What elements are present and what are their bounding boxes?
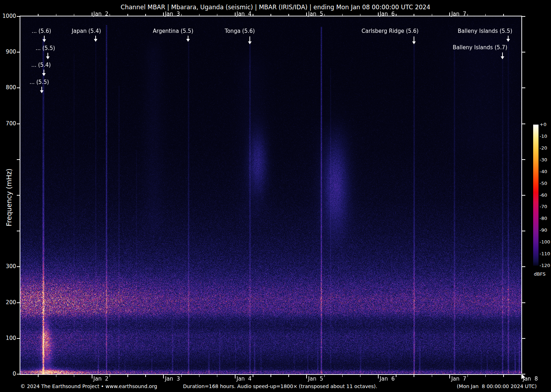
x-axis-tick-bottom [163,375,164,378]
y-axis-tick-right [522,16,525,17]
colorbar-tick-label: -60 [540,192,547,198]
spectrogram-canvas [20,16,521,374]
event-arrow-head [506,39,510,42]
y-axis-tick-left [17,302,20,303]
x-axis-tick-top [360,14,361,16]
x-axis-label-top: Jan 2 [93,11,108,17]
event-arrow-head [42,39,46,42]
event-arrow-line [44,36,45,39]
y-axis-tick-right [522,266,525,267]
x-axis-tick-top [163,12,164,16]
x-axis-tick-bottom [110,375,110,377]
x-axis-tick-bottom [342,375,343,377]
y-axis-label-value: 200 [0,299,16,306]
colorbar-unit-label: dBFS [534,271,546,277]
x-axis-tick-bottom [449,375,450,378]
x-axis-tick-top [38,14,39,16]
colorbar-tick-label: -90 [540,227,547,233]
y-axis-tick-left [17,159,20,160]
colorbar-tick-label: -80 [540,216,547,221]
event-arrow-head [186,39,190,42]
colorbar-tick-label: -110 [540,251,550,256]
x-axis-tick-top [449,12,450,16]
y-axis-tick-right [522,195,525,196]
x-axis-tick-bottom [306,375,307,378]
x-axis-tick-bottom [56,375,57,377]
x-axis-tick-bottom [199,375,200,377]
x-axis-tick-top [199,14,200,16]
footer-copyright: © 2024 The Earthsound Project • www.eart… [20,383,157,389]
y-axis-label-value: 0 [0,371,16,377]
x-axis-tick-bottom [485,375,486,377]
y-axis-label: Frequency (mHz) [5,169,13,226]
event-arrow-line [249,36,250,41]
x-axis-label-bottom: Jan 7 [451,376,466,382]
x-axis-tick-top [127,14,128,16]
colorbar-tick-label: -50 [540,181,547,186]
x-axis-tick-top [503,14,504,16]
x-axis-tick-bottom [360,375,361,377]
x-axis-tick-top [414,14,414,16]
spectrogram-page: Channel MBAR | Mbarara, Uganda (seismic)… [0,0,551,392]
x-axis-tick-top [181,14,182,16]
y-axis-label-value: 1000 [0,13,16,19]
event-arrow-head [46,56,50,59]
event-arrow-line [44,70,44,73]
y-axis-tick-left [17,124,20,124]
footer-timestamp: (Mon Jan 8 00:00:00 2024 UTC) [457,383,537,389]
event-arrow-line [95,36,96,39]
x-axis-tick-top [253,14,253,16]
colorbar-tick-label: +0 [540,122,546,127]
x-axis-tick-bottom [145,375,146,377]
x-axis-tick-bottom [127,375,128,377]
event-arrow-line [508,36,509,39]
y-axis-tick-left [17,374,20,375]
event-label: Balleny Islands (5.7) [453,44,507,51]
event-arrow-line [188,36,188,39]
event-arrow-line [414,36,414,41]
x-axis-tick-bottom [467,375,468,377]
x-axis-tick-bottom [414,375,414,377]
x-axis-tick-top [145,14,146,16]
colorbar-tick-label: -10 [540,134,547,139]
x-axis-tick-bottom [503,375,504,377]
x-axis-tick-top [432,14,433,16]
x-axis-tick-top [342,14,343,16]
x-axis-label-bottom: Jan 6 [380,376,395,382]
y-axis-label-value: 700 [0,120,16,127]
colorbar-tick-label: -70 [540,204,547,209]
y-axis-tick-left [17,16,20,17]
event-label: Argentina (5.5) [153,28,193,34]
y-axis-label-value: 300 [0,263,16,270]
y-axis-tick-right [522,231,525,231]
x-axis-tick-bottom [324,375,325,377]
footer-duration: Duration=168 hours. Audio speed-up=1800×… [183,383,378,389]
y-axis-tick-right [522,52,525,52]
y-axis-tick-left [17,195,20,196]
y-axis-tick-left [17,266,20,267]
x-axis-tick-bottom [288,375,289,377]
x-axis-tick-bottom [235,375,236,378]
x-axis-tick-bottom [378,375,379,378]
x-axis-label-bottom: Jan 3 [165,376,180,382]
x-axis-tick-top [56,14,57,16]
event-label: ... (5.6) [32,28,51,34]
x-axis-tick-top [217,14,218,16]
y-axis-tick-right [522,87,525,88]
x-axis-tick-bottom [38,375,39,377]
x-axis-tick-top [378,12,379,16]
x-axis-label-bottom: Jan 2 [93,376,108,382]
x-axis-tick-bottom [253,375,253,377]
x-axis-tick-bottom [396,375,396,377]
x-axis-label-top: Jan 5 [308,11,323,17]
x-axis-tick-top [235,12,236,16]
y-axis-tick-left [17,338,20,339]
x-axis-tick-top [92,12,92,16]
y-axis-tick-right [522,338,525,339]
colorbar-tick-label: -30 [540,157,547,162]
x-axis-label-bottom: Jan 4 [237,376,252,382]
page-title: Channel MBAR | Mbarara, Uganda (seismic)… [121,4,430,11]
y-axis-tick-left [17,87,20,88]
y-axis-label-value: 900 [0,49,16,55]
event-label: ... (5.5) [30,79,49,85]
